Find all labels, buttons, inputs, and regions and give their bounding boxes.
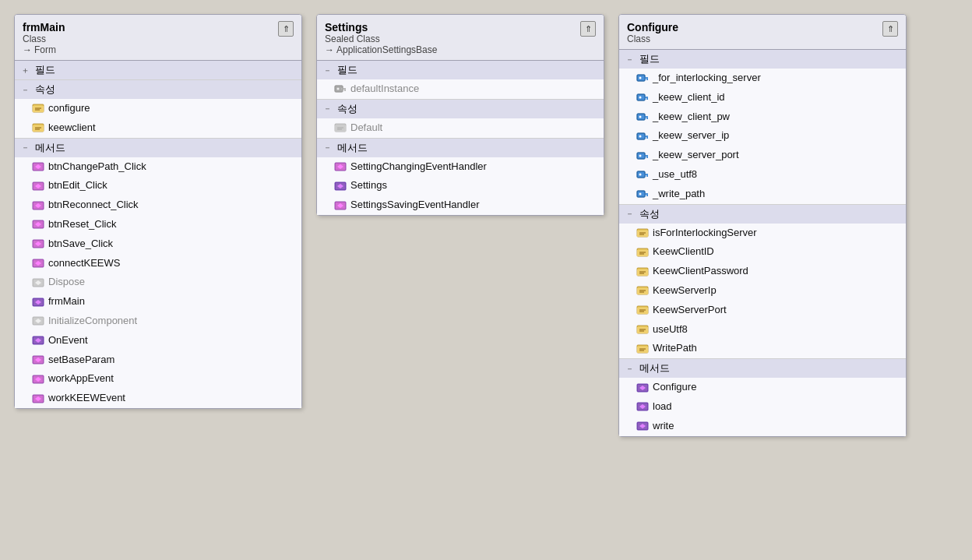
item-label-SettingsSavingEventHandler: SettingsSavingEventHandler	[350, 197, 480, 213]
item-row-_keew_server_ip[interactable]: _keew_server_ip	[619, 126, 906, 146]
item-row-Dispose[interactable]: Dispose	[15, 273, 301, 292]
item-row-KeewClientPassword[interactable]: KeewClientPassword	[619, 262, 906, 281]
item-row-connectKEEWS[interactable]: connectKEEWS	[15, 254, 301, 273]
section-header-Settings-fields[interactable]: －필드	[317, 61, 604, 79]
class-header-info-frmMain: frmMain Class → Form	[23, 21, 65, 55]
item-row-KeewServerIp[interactable]: KeewServerIp	[619, 281, 906, 301]
section-toggle-Configure-fields[interactable]: －	[625, 54, 636, 65]
svg-rect-58	[646, 98, 648, 100]
item-label-Dispose: Dispose	[48, 274, 85, 291]
item-row-configure[interactable]: configure	[15, 99, 301, 118]
svg-rect-93	[637, 231, 648, 237]
item-row-_write_path[interactable]: _write_path	[619, 185, 906, 204]
item-row-_for_interlocking_server[interactable]: _for_interlocking_server	[619, 69, 906, 88]
section-items-Settings-fields: defaultInstance	[317, 79, 604, 99]
section-header-Configure-methods[interactable]: －메서드	[619, 359, 906, 378]
section-toggle-Configure-properties[interactable]: －	[625, 208, 636, 220]
class-header-info-Settings: Settings Sealed Class → ApplicationSetti…	[325, 21, 437, 55]
item-label-Configure: Configure	[653, 379, 696, 396]
item-row-_keew_server_port[interactable]: _keew_server_port	[619, 146, 906, 165]
section-toggle-frmMain-methods[interactable]: －	[21, 142, 32, 153]
section-header-frmMain-properties[interactable]: －속성	[15, 80, 301, 99]
item-icon-btnSave_Click	[32, 238, 44, 250]
item-label-workKEEWEvent: workKEEWEvent	[48, 390, 125, 407]
section-header-Settings-properties[interactable]: －속성	[317, 100, 604, 118]
item-label-KeewServerIp: KeewServerIp	[653, 283, 717, 299]
item-row-defaultInstance[interactable]: defaultInstance	[317, 79, 604, 99]
section-Settings-properties: －속성 Default	[317, 100, 604, 139]
collapse-btn-Settings[interactable]: ⇑	[580, 21, 596, 37]
item-row-KeewServerPort[interactable]: KeewServerPort	[619, 301, 906, 320]
section-toggle-Settings-properties[interactable]: －	[323, 103, 334, 114]
item-icon-KeewClientPassword	[636, 266, 649, 278]
svg-rect-70	[646, 137, 648, 139]
section-Configure-methods: －메서드 Configure load write	[619, 359, 906, 435]
item-label-keewclient: keewclient	[48, 120, 96, 136]
item-label-btnChangePath_Click: btnChangePath_Click	[48, 159, 146, 175]
item-row-frmMain[interactable]: frmMain	[15, 292, 301, 312]
item-row-isForInterlockingServer[interactable]: isForInterlockingServer	[619, 224, 906, 243]
section-items-Configure-methods: Configure load write	[619, 378, 906, 435]
item-row-workAppEvent[interactable]: workAppEvent	[15, 369, 301, 389]
section-toggle-Settings-methods[interactable]: －	[323, 142, 334, 153]
collapse-btn-Configure[interactable]: ⇑	[882, 21, 898, 37]
item-row-OnEvent[interactable]: OnEvent	[15, 331, 301, 350]
section-label-Configure-methods: 메서드	[639, 361, 670, 375]
item-row-Settings[interactable]: Settings	[317, 176, 604, 195]
svg-point-38	[337, 88, 340, 90]
item-row-btnChangePath_Click[interactable]: btnChangePath_Click	[15, 157, 301, 177]
item-row-_keew_client_id[interactable]: _keew_client_id	[619, 88, 906, 107]
svg-rect-101	[637, 269, 648, 276]
item-label-SettingChangingEventHandler: SettingChangingEventHandler	[350, 159, 487, 175]
section-toggle-Configure-methods[interactable]: －	[625, 363, 636, 375]
item-row-useUtf8[interactable]: useUtf8	[619, 320, 906, 340]
item-row-_use_utf8[interactable]: _use_utf8	[619, 165, 906, 185]
item-icon-load	[636, 400, 649, 413]
item-row-btnSave_Click[interactable]: btnSave_Click	[15, 234, 301, 254]
section-header-Configure-fields[interactable]: －필드	[619, 50, 906, 69]
item-row-KeewClientID[interactable]: KeewClientID	[619, 242, 906, 262]
item-row-Default[interactable]: Default	[317, 118, 604, 138]
item-row-SettingChangingEventHandler[interactable]: SettingChangingEventHandler	[317, 157, 604, 177]
section-toggle-Settings-fields[interactable]: －	[323, 65, 334, 76]
item-row-Configure[interactable]: Configure	[619, 378, 906, 397]
item-icon-configure	[32, 102, 44, 114]
svg-rect-75	[643, 155, 648, 157]
collapse-btn-frmMain[interactable]: ⇑	[278, 21, 294, 37]
item-row-write[interactable]: write	[619, 417, 906, 436]
item-row-btnReconnect_Click[interactable]: btnReconnect_Click	[15, 195, 301, 215]
item-icon-write	[636, 420, 649, 432]
item-icon-OnEvent	[32, 334, 44, 347]
section-header-Configure-properties[interactable]: －속성	[619, 205, 906, 224]
svg-rect-52	[646, 79, 648, 80]
item-row-workKEEWEvent[interactable]: workKEEWEvent	[15, 389, 301, 408]
section-toggle-frmMain-properties[interactable]: －	[21, 84, 32, 96]
section-header-frmMain-methods[interactable]: －메서드	[15, 139, 301, 157]
item-icon-frmMain	[32, 296, 44, 308]
svg-rect-82	[646, 175, 648, 177]
item-label-WritePath: WritePath	[653, 340, 697, 357]
item-row-btnEdit_Click[interactable]: btnEdit_Click	[15, 176, 301, 195]
item-row-WritePath[interactable]: WritePath	[619, 339, 906, 358]
section-items-Settings-properties: Default	[317, 118, 604, 138]
section-label-Settings-fields: 필드	[337, 63, 357, 77]
item-row-keewclient[interactable]: keewclient	[15, 118, 301, 138]
item-icon-workKEEWEvent	[32, 393, 44, 405]
item-row-InitializeComponent[interactable]: InitializeComponent	[15, 312, 301, 331]
section-header-Settings-methods[interactable]: －메서드	[317, 139, 604, 157]
item-icon-Dispose	[32, 276, 44, 289]
item-label-KeewClientID: KeewClientID	[653, 244, 714, 260]
section-Configure-properties: －속성 isForInterlockingServer KeewClientID	[619, 205, 906, 360]
item-row-SettingsSavingEventHandler[interactable]: SettingsSavingEventHandler	[317, 195, 604, 215]
item-row-btnReset_Click[interactable]: btnReset_Click	[15, 215, 301, 234]
item-label-KeewClientPassword: KeewClientPassword	[653, 263, 748, 280]
svg-rect-36	[344, 90, 346, 91]
section-header-frmMain-fields[interactable]: ＋필드	[15, 61, 301, 79]
item-row-setBaseParam[interactable]: setBaseParam	[15, 350, 301, 370]
section-items-Settings-methods: SettingChangingEventHandler Settings Set…	[317, 157, 604, 215]
svg-point-90	[639, 193, 642, 195]
section-toggle-frmMain-fields[interactable]: ＋	[21, 65, 32, 76]
item-row-load[interactable]: load	[619, 397, 906, 417]
item-label-defaultInstance: defaultInstance	[350, 81, 419, 97]
item-row-_keew_client_pw[interactable]: _keew_client_pw	[619, 107, 906, 127]
